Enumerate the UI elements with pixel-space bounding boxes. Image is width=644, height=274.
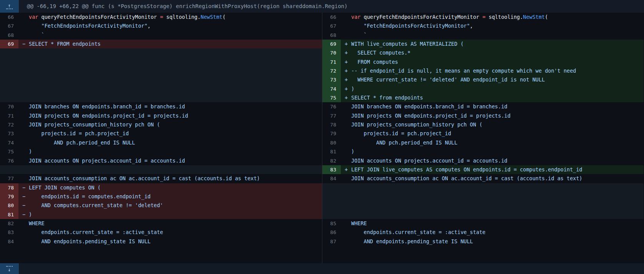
line-number[interactable]: 73 xyxy=(0,129,18,138)
diff-row xyxy=(0,165,322,174)
line-number[interactable]: 76 xyxy=(322,102,341,111)
line-number[interactable]: 67 xyxy=(0,22,18,30)
code-segment: = xyxy=(160,14,163,20)
diff-row: 68 ` xyxy=(322,31,644,40)
left-panel-rows: 66 var queryFetchEndpointsForActivityMon… xyxy=(0,13,322,246)
line-number xyxy=(0,75,18,84)
line-number[interactable]: 74 xyxy=(322,85,341,93)
diff-row: 66 var queryFetchEndpointsForActivityMon… xyxy=(322,13,644,22)
line-number[interactable]: 80 xyxy=(322,138,341,147)
no-marker xyxy=(18,31,29,40)
line-number[interactable]: 86 xyxy=(322,228,341,237)
diff-row: 80 AND pch.period_end IS NULL xyxy=(322,138,644,147)
line-number[interactable]: 68 xyxy=(0,31,18,40)
line-number[interactable]: 71 xyxy=(322,58,341,66)
no-marker xyxy=(341,13,351,22)
deletion-marker: − xyxy=(18,201,29,210)
line-number[interactable]: 82 xyxy=(322,156,341,165)
line-number[interactable]: 68 xyxy=(322,31,341,40)
line-number[interactable]: 81 xyxy=(322,147,341,156)
line-number[interactable]: 73 xyxy=(322,75,341,84)
addition-marker: + xyxy=(341,75,351,84)
line-number[interactable]: 72 xyxy=(0,120,18,129)
code-line: var queryFetchEndpointsForActivityMonito… xyxy=(341,13,548,22)
diff-row: 83+LEFT JOIN live_computes AS computes O… xyxy=(322,165,644,174)
line-number[interactable]: 66 xyxy=(322,13,341,22)
line-number[interactable]: 70 xyxy=(0,102,18,111)
code-line: JOIN accounts_consumption ac ON ac.accou… xyxy=(341,174,582,183)
code-line: JOIN projects_consumption_history pch ON… xyxy=(18,120,160,129)
line-number[interactable]: 85 xyxy=(322,219,341,228)
code-segment: FROM computes xyxy=(351,59,398,65)
code-segment: queryFetchEndpointsForActivityMonitor xyxy=(38,14,160,20)
line-number[interactable]: 67 xyxy=(322,22,341,30)
line-number[interactable]: 84 xyxy=(322,174,341,183)
diff-row: 81−) xyxy=(0,210,322,219)
diff-row: 83 endpoints.current_state = :active_sta… xyxy=(0,228,322,237)
line-number[interactable]: 69 xyxy=(322,40,341,48)
line-number[interactable]: 79 xyxy=(322,129,341,138)
diff-row: 67 "FetchEndpointsForActivityMonitor", xyxy=(0,22,322,30)
line-number[interactable]: 79 xyxy=(0,192,18,201)
line-number[interactable]: 70 xyxy=(322,48,341,57)
line-number[interactable]: 81 xyxy=(0,210,18,219)
code-segment: JOIN projects_consumption_history pch ON… xyxy=(29,121,160,128)
code-segment: endpoints.current_state = :active_state xyxy=(351,229,486,235)
no-marker xyxy=(341,210,351,219)
code-segment xyxy=(351,23,364,29)
code-segment: JOIN branches ON endpoints.branch_id = b… xyxy=(351,103,507,110)
line-number[interactable]: 74 xyxy=(0,138,18,147)
line-number[interactable]: 69 xyxy=(0,40,18,48)
line-number[interactable]: 76 xyxy=(0,156,18,165)
code-line: var queryFetchEndpointsForActivityMonito… xyxy=(18,13,226,22)
arrow-up-icon: ↑ xyxy=(8,3,11,8)
code-segment: ) xyxy=(351,148,354,154)
diff-row xyxy=(0,93,322,102)
line-number[interactable]: 77 xyxy=(322,111,341,120)
code-line xyxy=(18,93,29,102)
line-number[interactable]: 71 xyxy=(0,111,18,120)
right-panel-rows: 66 var queryFetchEndpointsForActivityMon… xyxy=(322,13,644,246)
deletion-marker: − xyxy=(18,192,29,201)
addition-marker: + xyxy=(341,66,351,75)
code-segment: NewStmt xyxy=(523,14,545,20)
line-number[interactable]: 77 xyxy=(0,174,18,183)
line-number[interactable]: 82 xyxy=(0,219,18,228)
no-marker xyxy=(18,228,29,237)
code-line xyxy=(341,192,351,201)
hunk-header-text: @@ -66,19 +66,22 @@ func (s *PostgresSto… xyxy=(19,0,347,13)
code-segment: -- if endpoint_id is null, it means an e… xyxy=(351,68,576,74)
line-number[interactable]: 84 xyxy=(0,237,18,246)
deletion-marker: − xyxy=(18,210,29,219)
line-number[interactable]: 66 xyxy=(0,13,18,22)
code-line: −) xyxy=(18,210,32,219)
line-number[interactable]: 80 xyxy=(0,201,18,210)
code-line: JOIN accounts ON projects.account_id = a… xyxy=(18,156,185,165)
code-segment: LEFT JOIN live_computes AS computes ON e… xyxy=(351,166,582,173)
diff-row: 69+WITH live_computes AS MATERIALIZED ( xyxy=(322,40,644,48)
code-line xyxy=(341,183,351,192)
right-panel: 66 var queryFetchEndpointsForActivityMon… xyxy=(322,13,644,263)
expand-down-button[interactable]: ↓ xyxy=(0,263,19,274)
footer-bar: ↓ xyxy=(0,263,644,274)
code-segment: ( xyxy=(545,14,548,20)
diff-row: 70 JOIN branches ON endpoints.branch_id … xyxy=(0,102,322,111)
code-segment: JOIN projects ON endpoints.project_id = … xyxy=(29,113,188,119)
line-number[interactable]: 83 xyxy=(0,228,18,237)
line-number xyxy=(322,192,341,201)
expand-up-button[interactable]: ↑ xyxy=(0,0,19,13)
diff-row xyxy=(0,58,322,66)
code-segment: , xyxy=(148,23,151,29)
line-number[interactable]: 78 xyxy=(322,120,341,129)
line-number[interactable]: 83 xyxy=(322,165,341,174)
line-number xyxy=(0,165,18,174)
line-number[interactable]: 72 xyxy=(322,66,341,75)
diff-row: 74 AND pch.period_end IS NULL xyxy=(0,138,322,147)
line-number[interactable]: 87 xyxy=(322,237,341,246)
code-segment: JOIN branches ON endpoints.branch_id = b… xyxy=(29,103,185,110)
line-number[interactable]: 75 xyxy=(0,147,18,156)
line-number[interactable]: 75 xyxy=(322,93,341,102)
line-number[interactable]: 78 xyxy=(0,183,18,192)
diff-row: 81 ) xyxy=(322,147,644,156)
code-line: ) xyxy=(341,147,354,156)
